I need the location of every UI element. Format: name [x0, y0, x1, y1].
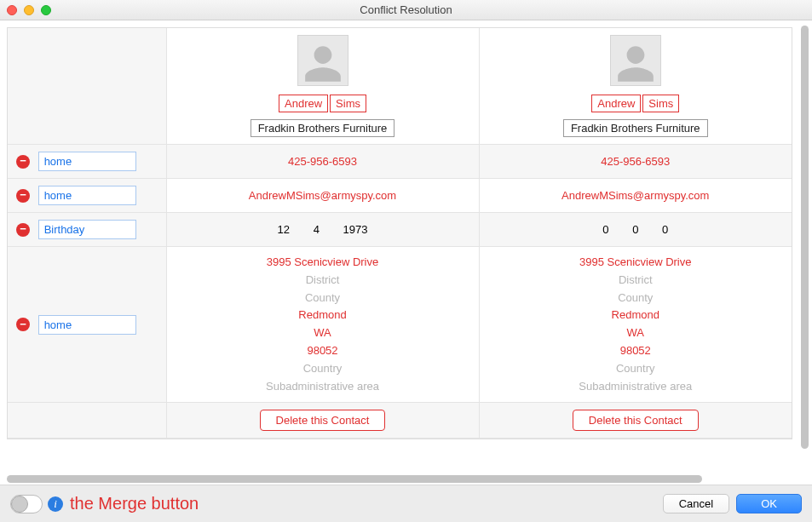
- birthday-left[interactable]: 12 4 1973: [166, 213, 479, 247]
- birthday-right[interactable]: 0 0 0: [479, 213, 792, 247]
- company-chip[interactable]: Fradkin Brothers Furniture: [251, 119, 395, 137]
- phone-left[interactable]: 425-956-6593: [166, 145, 479, 179]
- merge-toggle[interactable]: [10, 495, 43, 513]
- address-right[interactable]: 3995 Scenicview Drive District County Re…: [479, 247, 792, 403]
- first-name-chip[interactable]: Andrew: [591, 95, 641, 112]
- remove-row-icon[interactable]: [16, 318, 30, 331]
- content-area: AndrewSims Fradkin Brothers Furniture An…: [0, 20, 812, 485]
- remove-row-icon[interactable]: [16, 155, 30, 169]
- remove-row-icon[interactable]: [16, 223, 30, 237]
- avatar-icon: [297, 35, 348, 86]
- horizontal-scrollbar[interactable]: [7, 475, 797, 483]
- info-icon[interactable]: i: [48, 496, 63, 512]
- delete-contact-button[interactable]: Delete this Contact: [573, 410, 699, 431]
- field-label-input[interactable]: home: [38, 315, 136, 335]
- field-label-input[interactable]: home: [38, 186, 136, 205]
- last-name-chip[interactable]: Sims: [330, 95, 366, 112]
- contact-card-right: AndrewSims Fradkin Brothers Furniture: [479, 28, 792, 145]
- merge-hint-label: the Merge button: [70, 494, 199, 513]
- remove-row-icon[interactable]: [16, 189, 30, 203]
- first-name-chip[interactable]: Andrew: [279, 95, 328, 112]
- avatar-icon: [610, 35, 661, 86]
- address-left[interactable]: 3995 Scenicview Drive District County Re…: [166, 247, 479, 403]
- cancel-button[interactable]: Cancel: [663, 494, 729, 513]
- window-title: Conflict Resolution: [0, 3, 812, 16]
- delete-contact-button[interactable]: Delete this Contact: [260, 410, 386, 431]
- email-left[interactable]: AndrewMSims@armyspy.com: [166, 179, 479, 213]
- titlebar: Conflict Resolution: [0, 0, 812, 20]
- field-label-input[interactable]: home: [38, 152, 136, 171]
- company-chip[interactable]: Fradkin Brothers Furniture: [563, 119, 708, 137]
- last-name-chip[interactable]: Sims: [642, 95, 679, 112]
- ok-button[interactable]: OK: [736, 494, 802, 513]
- email-right[interactable]: AndrewMSims@armyspy.com: [479, 179, 792, 213]
- field-label-input[interactable]: Birthday: [38, 220, 136, 239]
- vertical-scrollbar[interactable]: [801, 26, 809, 471]
- phone-right[interactable]: 425-956-6593: [479, 145, 792, 179]
- footer-bar: i the Merge button Cancel OK: [0, 485, 812, 522]
- contact-card-left: AndrewSims Fradkin Brothers Furniture: [166, 28, 479, 145]
- conflict-table: AndrewSims Fradkin Brothers Furniture An…: [8, 28, 792, 439]
